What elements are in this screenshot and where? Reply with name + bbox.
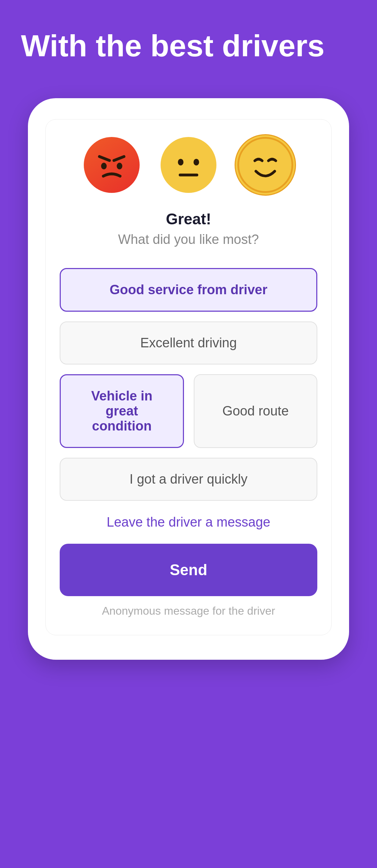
emoji-neutral[interactable] — [161, 137, 216, 193]
option-good-service[interactable]: Good service from driver — [60, 268, 317, 312]
bottom-space — [0, 660, 377, 800]
rating-card: Great! What did you like most? Good serv… — [45, 119, 332, 635]
svg-line-0 — [99, 157, 110, 160]
emoji-angry[interactable] — [84, 137, 140, 193]
page-title: With the best drivers — [0, 0, 377, 98]
svg-point-4 — [178, 159, 184, 166]
svg-point-5 — [193, 159, 199, 166]
option-excellent-driving[interactable]: Excellent driving — [60, 321, 317, 364]
emoji-row — [60, 137, 317, 193]
rating-result: Great! — [60, 210, 317, 228]
send-button[interactable]: Send — [60, 544, 317, 596]
options-two-col: Vehicle in great condition Good route — [60, 374, 317, 448]
rating-question: What did you like most? — [60, 232, 317, 247]
leave-message-link[interactable]: Leave the driver a message — [60, 515, 317, 530]
svg-point-3 — [117, 163, 122, 169]
option-vehicle-condition[interactable]: Vehicle in great condition — [60, 374, 184, 448]
svg-point-2 — [101, 163, 107, 169]
option-good-route[interactable]: Good route — [194, 374, 317, 448]
anonymous-note: Anonymous message for the driver — [60, 605, 317, 617]
phone-frame: Great! What did you like most? Good serv… — [28, 98, 349, 660]
emoji-happy[interactable] — [237, 137, 293, 193]
option-driver-quickly[interactable]: I got a driver quickly — [60, 458, 317, 501]
svg-line-1 — [114, 157, 124, 160]
